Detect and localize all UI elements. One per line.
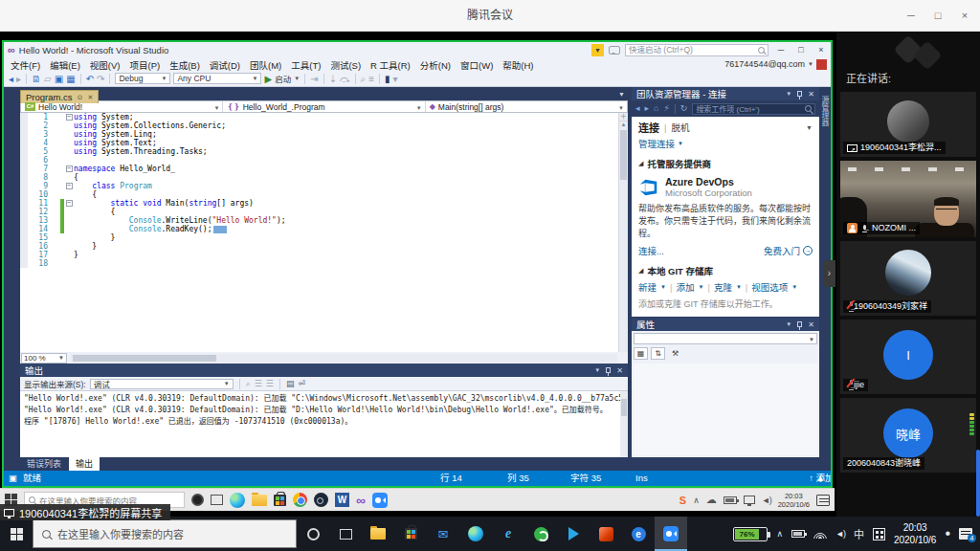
clear-all-icon[interactable]: ▤ [286,379,295,388]
outline-margin[interactable] [64,173,74,182]
breakpoint-margin[interactable] [20,182,28,190]
outline-margin[interactable] [64,147,74,156]
quick-launch-input[interactable]: 快速启动 (Ctrl+Q) [625,44,768,56]
undo-icon[interactable]: ↶ [86,72,94,86]
breakpoint-margin[interactable] [20,233,28,242]
document-list-icon[interactable]: ▼ [618,91,625,98]
notifications-icon[interactable]: • [945,525,950,542]
outline-margin[interactable] [64,156,74,165]
outline-margin[interactable] [64,259,74,268]
find-message-icon[interactable]: ⌕ [246,379,251,389]
volume-icon[interactable]: ◄) [762,496,771,505]
git-action-0[interactable]: 新建 [638,280,657,294]
menu-item-4[interactable]: 生成(B) [165,60,205,71]
shared-app-store[interactable] [274,492,286,509]
vs-maximize-icon[interactable]: □ [793,43,809,56]
solution-configuration-select[interactable]: Debug▼ [115,73,170,84]
word-wrap-icon[interactable]: ⏎ [298,379,305,388]
local-git-section[interactable]: ◢ 本地 GIT 存储库 [638,264,813,277]
output-source-select[interactable]: 调试▼ [90,379,234,389]
goto-previous-icon[interactable]: ☰ [255,379,262,388]
window-position-icon[interactable]: ▼ [786,321,791,327]
categorized-view-icon[interactable]: ▦ [634,347,648,360]
properties-panel-header[interactable]: 属性 ▼ ✕ [632,318,819,331]
scrollbar-thumb[interactable] [620,130,627,180]
breakpoint-margin[interactable] [20,165,28,173]
outline-margin[interactable]: − [64,182,74,190]
fold-collapse-icon[interactable]: − [66,183,73,189]
task-view-icon[interactable] [211,495,223,505]
tencent-meeting-icon[interactable] [663,526,679,541]
menu-item-3[interactable]: 项目(P) [124,60,165,71]
team-explorer-header[interactable]: 团队资源管理器 - 连接 ▼ ✕ [632,87,819,100]
outline-margin[interactable] [64,251,74,259]
shared-clock[interactable]: 20:032020/10/6 [778,492,810,509]
cloud-icon[interactable]: ☁ [706,495,717,505]
code-editor[interactable]: 1−using System;2using System.Collections… [20,113,628,352]
file-explorer-icon[interactable] [370,528,386,540]
battery-icon[interactable] [724,496,737,504]
task-view-icon[interactable] [340,529,352,540]
pages-dropdown-icon[interactable]: ▼ [806,124,813,131]
taskbar-app-cortana[interactable] [297,517,329,551]
wifi-icon[interactable] [813,529,827,539]
shared-notifications-icon[interactable] [816,495,830,506]
battery-percent-widget[interactable]: 76% [733,527,768,541]
microsoft-store-icon[interactable] [405,528,417,540]
sidebar-scrollbar[interactable] [976,32,980,517]
outline-margin[interactable] [64,190,74,199]
outline-margin[interactable] [64,130,74,139]
scrollbar-thumb[interactable] [621,399,627,416]
pin-tab-icon[interactable]: ⊙ [78,94,83,101]
breakpoint-margin[interactable] [20,173,28,182]
outline-margin[interactable] [64,121,74,130]
vs-minimize-icon[interactable]: ─ [773,43,789,56]
ime-keyboard-icon[interactable] [873,528,885,540]
pin-icon[interactable] [797,91,802,97]
bookmark-icon[interactable]: ▮ [385,72,390,86]
output-panel-header[interactable]: 输出 ▼ ✕ [20,364,628,377]
menu-item-10[interactable]: 分析(N) [415,60,456,71]
participant-tile[interactable]: Iijie [840,320,976,394]
shared-app-file-explorer[interactable] [252,492,267,509]
chevron-up-icon[interactable]: ∧ [776,529,783,539]
breakpoint-margin[interactable] [20,242,28,251]
outline-margin[interactable]: − [64,199,74,208]
taskbar-clock[interactable]: 20:032020/10/6 [894,521,937,546]
chevron-up-icon[interactable]: ∧ [693,496,700,505]
participant-tile[interactable]: 晓峰2006040843谢晓峰 [840,398,976,473]
taskbar-app-qq-browser[interactable]: e [622,517,655,551]
hosted-providers-section[interactable]: ◢ 托管服务提供商 [638,157,813,170]
property-pages-icon[interactable]: ⚒ [668,347,682,360]
breakpoint-margin[interactable] [20,130,28,139]
taskbar-app-file-explorer[interactable] [362,517,394,551]
menu-item-0[interactable]: 文件(F) [6,60,45,71]
office-icon[interactable] [599,527,613,541]
back-icon[interactable]: ◂ [635,101,640,116]
forward-icon[interactable]: ▸ [645,101,650,116]
account-menu[interactable]: 761744544@qq.com ▼ [724,57,827,71]
breakpoint-margin[interactable] [20,139,28,147]
window-position-icon[interactable]: ▼ [594,367,600,373]
output-log[interactable]: "Hello World!.exe" (CLR v4.0.30319: Defa… [20,391,620,457]
close-icon[interactable]: × [951,0,978,32]
fold-collapse-icon[interactable]: − [66,114,73,121]
shared-app-task-view[interactable] [211,492,223,509]
vs-close-icon[interactable]: × [813,43,829,56]
taskbar-app-tencent-meeting[interactable] [655,517,687,551]
scroll-up-icon[interactable]: ▲ [619,121,628,128]
volume-icon[interactable]: ◄) [835,529,845,539]
git-action-2[interactable]: 克隆 [714,280,732,294]
outline-margin[interactable] [64,208,74,216]
menu-item-12[interactable]: 帮助(H) [498,60,538,71]
breakpoint-margin[interactable] [20,225,28,233]
properties-object-select[interactable]: ▼ [634,333,817,344]
taskbar-app-store[interactable] [394,517,427,551]
solution-platform-select[interactable]: Any CPU▼ [173,73,261,84]
connections-icon[interactable]: ⚡ [664,101,670,116]
outline-margin[interactable] [64,225,74,233]
outline-margin[interactable] [64,233,74,242]
battery-icon[interactable] [791,530,805,538]
taskbar-app-task-view[interactable] [329,517,362,551]
new-file-icon[interactable]: 🗎 [32,72,41,86]
